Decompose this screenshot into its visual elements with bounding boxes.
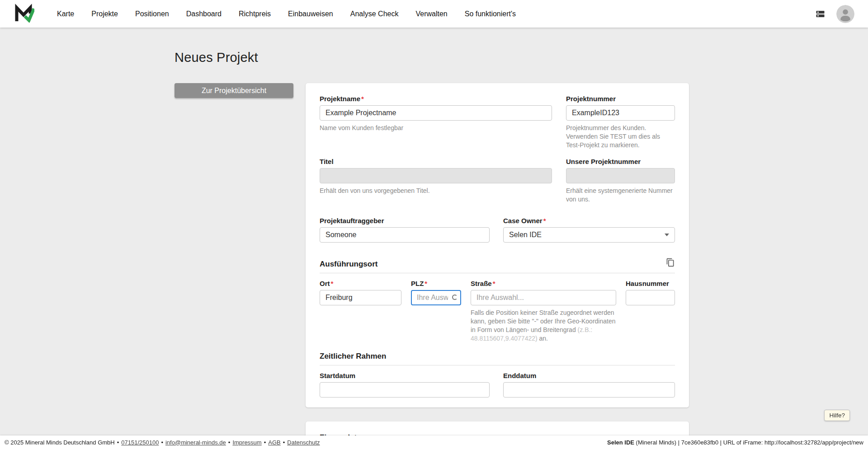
- ausfuehrungsort-section-title: Ausführungsort: [320, 260, 377, 269]
- unsere-projektnummer-helper: Erhält eine systemgenerierte Nummer von …: [566, 187, 675, 204]
- ausfuehrungsort-section-header: Ausführungsort: [320, 257, 675, 273]
- strasse-input[interactable]: [471, 290, 616, 305]
- titel-label: Titel: [320, 158, 552, 165]
- ort-label: Ort*: [320, 280, 401, 287]
- case-owner-field: Case Owner* Selen IDE: [503, 217, 675, 243]
- page-content: Neues Projekt Zur Projektübersicht Proje…: [0, 50, 868, 449]
- startdatum-field: Startdatum: [320, 372, 490, 398]
- footer-link-email[interactable]: info@mineral-minds.de: [165, 439, 226, 446]
- nav-item-analyse-check[interactable]: Analyse Check: [350, 10, 399, 18]
- startdatum-input[interactable]: [320, 382, 490, 398]
- startdatum-label: Startdatum: [320, 372, 490, 379]
- copy-icon: [666, 257, 675, 269]
- case-owner-selected-value: Selen IDE: [509, 231, 542, 239]
- unsere-projektnummer-field: Unsere Projektnummer Erhält eine systemg…: [566, 158, 675, 204]
- nav-item-karte[interactable]: Karte: [57, 10, 74, 18]
- back-to-project-overview-button[interactable]: Zur Projektübersicht: [175, 83, 293, 98]
- footer-session-details: (Mineral Minds) | 7ce360e83fb0 | URL of …: [634, 439, 863, 446]
- projektnummer-input[interactable]: [566, 105, 675, 121]
- projektnummer-field: Projektnummer Projektnummer des Kunden. …: [566, 95, 675, 150]
- strasse-field: Straße* Falls die Position keiner Straße…: [471, 280, 616, 343]
- project-form-card: Projektname* Name vom Kunden festlegbar …: [306, 83, 689, 407]
- enddatum-label: Enddatum: [503, 372, 675, 379]
- hausnummer-input[interactable]: [626, 290, 675, 305]
- help-button[interactable]: Hilfe?: [824, 410, 850, 421]
- required-asterisk: *: [361, 95, 364, 103]
- hausnummer-field: Hausnummer: [626, 280, 675, 343]
- nav-item-so-funktionierts[interactable]: So funktioniert's: [465, 10, 516, 18]
- top-navbar: Karte Projekte Positionen Dashboard Rich…: [0, 0, 868, 28]
- zeitlicher-rahmen-section-title: Zeitlicher Rahmen: [320, 352, 386, 361]
- titel-field: Titel Erhält den von uns vorgegebenen Ti…: [320, 158, 552, 204]
- server-icon[interactable]: [814, 9, 826, 19]
- page-title: Neues Projekt: [175, 50, 868, 65]
- ort-input[interactable]: [320, 290, 401, 305]
- enddatum-input[interactable]: [503, 382, 675, 398]
- projektauftraggeber-label: Projektauftraggeber: [320, 217, 490, 224]
- chevron-down-icon: [665, 234, 669, 236]
- projektname-input[interactable]: [320, 105, 552, 121]
- main-nav: Karte Projekte Positionen Dashboard Rich…: [57, 10, 516, 18]
- mineral-minds-logo-icon: [14, 4, 34, 24]
- footer-link-agb[interactable]: AGB: [268, 439, 280, 446]
- strasse-helper: Falls die Position keiner Straße zugeord…: [471, 309, 616, 343]
- navbar-right: [814, 5, 854, 23]
- nav-item-positionen[interactable]: Positionen: [135, 10, 169, 18]
- footer-session-info: Selen IDE (Mineral Minds) | 7ce360e83fb0…: [607, 439, 863, 446]
- projektname-label: Projektname*: [320, 95, 552, 103]
- nav-item-richtpreis[interactable]: Richtpreis: [239, 10, 271, 18]
- brand-logo[interactable]: [14, 4, 34, 24]
- nav-item-einbauweisen[interactable]: Einbauweisen: [288, 10, 333, 18]
- copy-address-button[interactable]: [666, 257, 675, 269]
- nav-item-projekte[interactable]: Projekte: [91, 10, 118, 18]
- required-asterisk: *: [331, 280, 334, 287]
- zeitlicher-rahmen-section-header: Zeitlicher Rahmen: [320, 352, 675, 365]
- nav-item-verwalten[interactable]: Verwalten: [415, 10, 447, 18]
- unsere-projektnummer-label: Unsere Projektnummer: [566, 158, 675, 165]
- projektauftraggeber-input[interactable]: [320, 227, 490, 243]
- footer-link-datenschutz[interactable]: Datenschutz: [287, 439, 320, 446]
- enddatum-field: Enddatum: [503, 372, 675, 398]
- plz-label: PLZ*: [411, 280, 461, 287]
- case-owner-label: Case Owner*: [503, 217, 675, 224]
- projektauftraggeber-field: Projektauftraggeber: [320, 217, 490, 243]
- ort-field: Ort*: [320, 280, 401, 343]
- user-avatar[interactable]: [836, 5, 854, 23]
- projektnummer-helper: Projektnummer des Kunden. Verwenden Sie …: [566, 124, 675, 150]
- titel-input: [320, 168, 552, 183]
- footer: © 2025 Mineral Minds Deutschland GmbH • …: [0, 435, 868, 449]
- unsere-projektnummer-input: [566, 168, 675, 183]
- footer-link-impressum[interactable]: Impressum: [232, 439, 261, 446]
- case-owner-select[interactable]: Selen IDE: [503, 227, 675, 243]
- required-asterisk: *: [425, 280, 427, 287]
- footer-user-name: Selen IDE: [607, 439, 634, 446]
- hausnummer-label: Hausnummer: [626, 280, 675, 287]
- footer-link-phone[interactable]: 07151/250100: [121, 439, 159, 446]
- plz-field: PLZ*: [411, 280, 461, 343]
- footer-copyright: © 2025 Mineral Minds Deutschland GmbH: [5, 439, 115, 446]
- projektnummer-label: Projektnummer: [566, 95, 675, 103]
- projektname-field: Projektname* Name vom Kunden festlegbar: [320, 95, 552, 150]
- projektname-helper: Name vom Kunden festlegbar: [320, 124, 552, 132]
- left-action-column: Zur Projektübersicht: [175, 83, 306, 98]
- required-asterisk: *: [493, 280, 495, 287]
- strasse-label: Straße*: [471, 280, 616, 287]
- titel-helper: Erhält den von uns vorgegebenen Titel.: [320, 187, 552, 195]
- footer-left: © 2025 Mineral Minds Deutschland GmbH • …: [5, 439, 320, 446]
- nav-item-dashboard[interactable]: Dashboard: [186, 10, 222, 18]
- required-asterisk: *: [543, 217, 546, 224]
